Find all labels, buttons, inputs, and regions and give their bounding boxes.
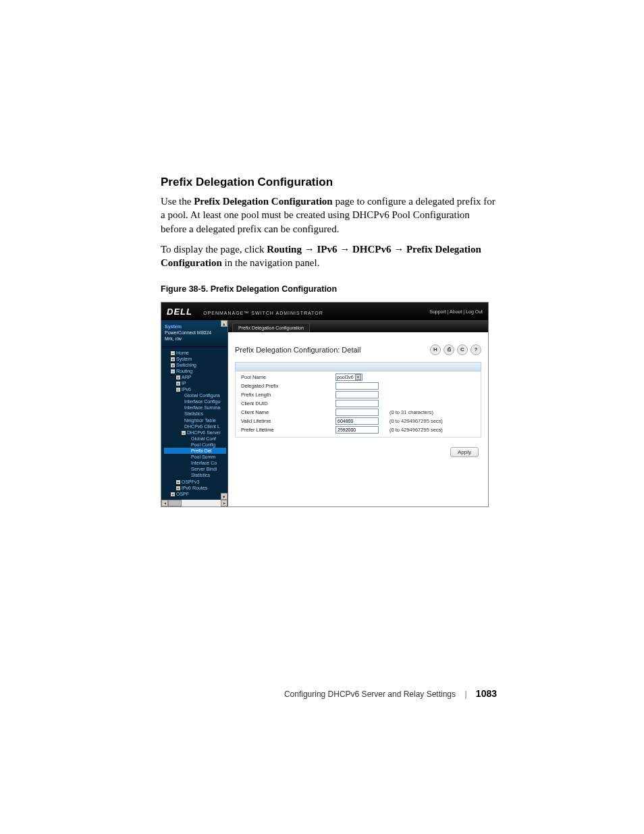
h-scrollbar[interactable]: ◂ ▸ [161,500,227,506]
plus-icon: + [176,382,180,386]
row-valid-lifetime: Valid Lifetime 604800 (0 to 4294967295 s… [236,417,481,425]
p1-bold: Prefix Delegation Configuration [194,196,333,207]
nav-label: OSPFv3 [182,479,199,484]
nav-pool-config[interactable]: Pool Config [164,442,226,448]
scroll-track[interactable] [168,500,221,506]
nav-neighbor-table[interactable]: Neighbor Table [164,417,226,423]
plus-icon: + [171,363,175,367]
help-icon[interactable]: ? [471,344,481,355]
sidebar-system: System [165,323,224,330]
nav-label: Home [176,350,189,355]
nav-label: Switching [176,363,196,367]
save-icon[interactable]: H [430,344,441,355]
p1-text-a: Use the [161,196,194,207]
plus-icon: + [171,492,175,496]
nav-ipv6-routes[interactable]: +IPv6 Routes [164,485,226,491]
scroll-thumb[interactable] [168,500,182,506]
sidebar-link: Mrk, r/w [165,336,224,342]
refresh-icon[interactable]: C [457,344,468,355]
input-prefix-length[interactable] [336,391,379,398]
form: Pool Name pool3v6 ▾ Delegated Prefix Pre… [235,371,481,438]
nav-system[interactable]: +System [164,356,226,362]
nav-server-bind[interactable]: Server Bindi [164,466,226,472]
form-header-band [235,362,481,371]
nav-statistics2[interactable]: Statistics [164,472,226,478]
nav-label: DHCPv6 Server [187,430,221,435]
nav-interface-summary[interactable]: Interface Summa [164,405,226,411]
nav-switching[interactable]: +Switching [164,362,226,368]
label-valid-lifetime: Valid Lifetime [241,418,336,424]
input-valid-lifetime[interactable]: 604800 [336,417,379,425]
scroll-right-icon[interactable]: ▸ [221,500,227,506]
footer-title: Configuring DHCPv6 Server and Relay Sett… [284,689,456,699]
nav-global-conf[interactable]: Global Conf [164,436,226,442]
nav-ospf[interactable]: +OSPF [164,491,226,497]
nav-interface-config[interactable]: Interface Configu [164,398,226,405]
nav-statistics[interactable]: Statistics [164,411,226,417]
input-prefer-lifetime[interactable]: 2592000 [336,426,379,434]
row-delegated-prefix: Delegated Prefix [236,382,481,390]
top-links[interactable]: Support | About | Log Out [429,309,483,314]
scroll-left-icon[interactable]: ◂ [161,500,168,506]
nav-dhcpv6-client-l[interactable]: DHCPv6 Client L [164,423,226,429]
panel-header: Prefix Delegation Configuration: Detail … [228,332,488,362]
nav-label: Routing [176,369,192,373]
app-body: System PowerConnect M8024 Mrk, r/w −Home… [161,320,488,506]
dell-logo: DELL [167,307,192,317]
minus-icon: − [182,431,186,435]
nav-pool-summ[interactable]: Pool Summ [164,454,226,460]
nav-ospfv3[interactable]: +OSPFv3 [164,479,226,485]
page-footer: Configuring DHCPv6 Server and Relay Sett… [0,688,644,699]
page-number: 1083 [476,688,497,699]
tab-bar: Prefix Delegation Configuration [228,320,488,332]
nav-label: IP [182,381,186,386]
row-pool-name: Pool Name pool3v6 ▾ [236,373,481,382]
tab-prefix-delegation[interactable]: Prefix Delegation Configuration [232,323,310,332]
print-icon[interactable]: ⎙ [444,344,454,355]
section-heading: Prefix Delegation Configuration [161,176,495,189]
nav-interface-co[interactable]: Interface Co [164,460,226,466]
nav-routing[interactable]: −Routing [164,368,226,374]
panel-title: Prefix Delegation Configuration: Detail [235,346,361,354]
nav-label: System [176,357,192,361]
chevron-down-icon: ▾ [355,374,361,380]
nav-arp[interactable]: +ARP [164,374,226,380]
minus-icon: − [176,388,180,392]
p2-ipv6: IPv6 [317,244,337,255]
figure-caption: Figure 38-5. Prefix Delegation Configura… [161,284,495,294]
toolbar-icons: H ⎙ C ? [430,344,481,355]
select-value: pool3v6 [337,375,354,380]
input-client-name[interactable] [336,409,379,416]
label-client-name: Client Name [241,409,336,415]
nav-label: IPv6 [182,387,191,392]
hint-prefer-lifetime: (0 to 4294967295 secs) [390,427,443,433]
row-prefix-length: Prefix Length [236,390,481,399]
hint-valid-lifetime: (0 to 4294967295 secs) [390,418,443,424]
scroll-up-icon[interactable]: ▴ [221,320,227,327]
plus-icon: + [176,486,180,490]
app-header: DELL OPENMANAGE™ SWITCH ADMINISTRATOR Su… [161,303,488,320]
screenshot: DELL OPENMANAGE™ SWITCH ADMINISTRATOR Su… [161,302,489,507]
nav-prefix-del[interactable]: Prefix Del [164,448,226,454]
nav-dhcpv6-server[interactable]: −DHCPv6 Server [164,429,226,436]
nav-ip[interactable]: +IP [164,380,226,386]
label-client-duid: Client DUID [241,400,336,407]
p2-routing: Routing [267,244,302,255]
page: Prefix Delegation Configuration Use the … [0,0,644,834]
nav-home[interactable]: −Home [164,350,226,356]
scroll-down-icon[interactable]: ▾ [221,493,227,500]
input-delegated-prefix[interactable] [336,382,379,390]
apply-button[interactable]: Apply [450,447,479,457]
select-pool-name[interactable]: pool3v6 ▾ [336,373,363,381]
plus-icon: + [176,480,180,484]
row-client-duid: Client DUID [236,399,481,408]
input-client-duid[interactable] [336,400,379,407]
arrow-icon: → [394,243,404,255]
arrow-icon: → [304,243,315,255]
nav-global-config[interactable]: Global Configura [164,392,226,398]
nav-tree: −Home +System +Switching −Routing +ARP +… [161,347,227,500]
nav-ipv6[interactable]: −IPv6 [164,386,226,392]
row-client-name: Client Name (0 to 31 characters) [236,408,481,417]
label-prefer-lifetime: Prefer Lifetime [241,427,336,433]
sidebar-header: System PowerConnect M8024 Mrk, r/w [161,320,227,346]
